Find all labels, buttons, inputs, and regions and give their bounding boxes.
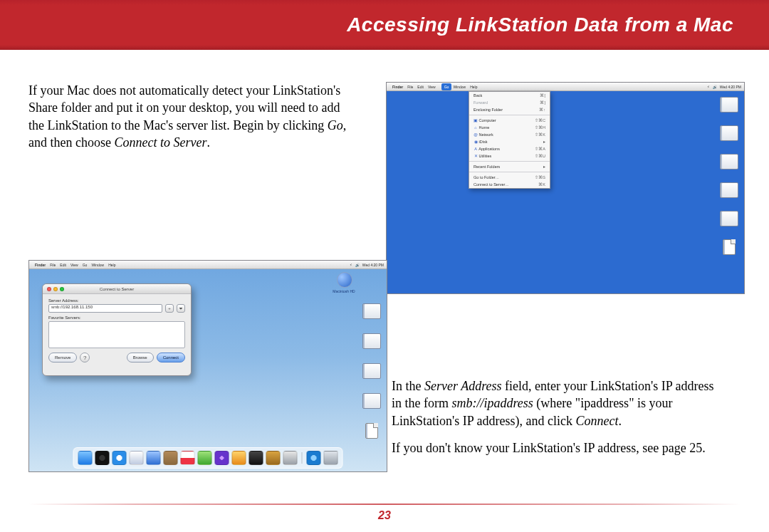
go-idisk-label: iDisk bbox=[479, 140, 488, 144]
menu-go-selected: Go bbox=[441, 83, 452, 90]
menu-view: View bbox=[70, 263, 78, 267]
go-row-back: Back⌘[ bbox=[469, 92, 550, 99]
go-apps-label: Applications bbox=[478, 147, 500, 151]
dock-itunes-icon bbox=[215, 451, 229, 465]
go-row-network: @ Network⇧⌘K bbox=[469, 131, 550, 138]
menubar-clock: Wed 4:20 PM bbox=[720, 85, 741, 89]
dock-sysprefs-icon bbox=[283, 451, 298, 465]
menu-finder: Finder bbox=[392, 85, 403, 89]
dock-mail-icon bbox=[130, 451, 144, 465]
document-icon bbox=[723, 239, 736, 255]
go-apps-kbd: ⇧⌘A bbox=[535, 147, 545, 151]
go-utils-kbd: ⇧⌘U bbox=[535, 154, 545, 158]
go-row-apps: A Applications⇧⌘A bbox=[469, 145, 550, 152]
header-bar: Accessing LinkStation Data from a Mac bbox=[0, 0, 769, 50]
favorite-servers-label: Favorite Servers: bbox=[48, 315, 185, 320]
intro-paragraph: If your Mac does not automatically detec… bbox=[28, 82, 356, 151]
menu-finder: Finder bbox=[35, 263, 46, 267]
para2-server-address-italic: Server Address bbox=[424, 379, 501, 393]
content-area: If your Mac does not automatically detec… bbox=[28, 82, 741, 504]
menu-help: Help bbox=[470, 85, 477, 89]
go-row-computer: ▣ Computer⇧⌘C bbox=[469, 117, 550, 124]
para2-smb-italic: smb://ipaddress bbox=[451, 396, 533, 410]
dock-safari-icon bbox=[113, 451, 127, 465]
screenshot-connect-to-server: Finder File Edit View Go Window Help ⚡︎ … bbox=[28, 260, 387, 472]
go-goto-label: Go to Folder… bbox=[474, 175, 499, 179]
favorite-servers-list[interactable] bbox=[48, 321, 185, 348]
menu-window: Window bbox=[453, 85, 466, 89]
server-address-input[interactable]: smb://192.168.11.150 bbox=[48, 304, 162, 313]
hd-icon bbox=[720, 154, 738, 169]
dock-ichat-icon bbox=[147, 451, 161, 465]
cts-body: Server Address: smb://192.168.11.150 + ⏷… bbox=[43, 294, 191, 367]
footer-rule bbox=[28, 504, 741, 505]
menu-go: Go bbox=[83, 263, 88, 267]
menu-view: View bbox=[428, 85, 436, 89]
screenshot-go-menu: Finder File Edit View Go Window Help ⚡︎ … bbox=[386, 82, 745, 294]
dock-ical-icon bbox=[181, 451, 195, 465]
menubar-status-icon: ⚡︎ bbox=[707, 85, 710, 89]
dock-finder-icon bbox=[78, 451, 93, 465]
apps-icon: A bbox=[474, 147, 478, 151]
para1-text-a: If your Mac does not automatically detec… bbox=[28, 83, 340, 132]
para1-go-italic: Go bbox=[328, 118, 343, 132]
go-row-utils: ✕ Utilities⇧⌘U bbox=[469, 152, 550, 160]
hd-icon bbox=[720, 97, 738, 113]
server-address-paragraph: In the Server Address field, enter your … bbox=[392, 377, 719, 457]
menu-help: Help bbox=[108, 263, 115, 267]
menubar-clock: Wed 4:20 PM bbox=[362, 263, 384, 267]
dock-garageband-icon bbox=[266, 451, 281, 465]
dock-quicktime-icon bbox=[198, 451, 212, 465]
menubar-volume-icon: 🔊 bbox=[355, 263, 360, 267]
help-button[interactable]: ? bbox=[80, 353, 90, 363]
menu-file: File bbox=[50, 263, 56, 267]
para2-text-d: . bbox=[619, 414, 622, 428]
go-network-label: Network bbox=[479, 132, 493, 137]
go-goto-kbd: ⇧⌘G bbox=[535, 175, 545, 179]
remove-button[interactable]: Remove bbox=[48, 353, 77, 363]
go-idisk-kbd: ▸ bbox=[543, 140, 545, 144]
utils-icon: ✕ bbox=[474, 154, 478, 158]
hd-icon bbox=[362, 363, 381, 379]
go-back-kbd: ⌘[ bbox=[540, 93, 545, 98]
dock-site-icon bbox=[307, 451, 321, 465]
dock-imovie-icon bbox=[249, 451, 263, 465]
go-back-label: Back bbox=[474, 93, 482, 98]
menubar-volume-icon: 🔊 bbox=[713, 85, 717, 89]
history-button[interactable]: ⏷ bbox=[177, 304, 185, 313]
go-sep-3 bbox=[469, 172, 550, 172]
mac-menubar: Finder File Edit View Go Window Help ⚡︎ … bbox=[29, 261, 387, 269]
go-enclosing-label: Enclosing Folder bbox=[474, 108, 503, 112]
server-address-label: Server Address: bbox=[48, 298, 185, 303]
cts-title: Connect to Server bbox=[47, 287, 187, 291]
go-row-idisk: ◉ iDisk▸ bbox=[469, 138, 550, 145]
menubar-right: ⚡︎ 🔊 Wed 4:20 PM bbox=[350, 263, 384, 267]
add-favorite-button[interactable]: + bbox=[165, 304, 174, 313]
go-row-gotofolder: Go to Folder…⇧⌘G bbox=[469, 174, 550, 181]
go-row-forward: Forward⌘] bbox=[469, 99, 550, 106]
connect-button[interactable]: Connect bbox=[157, 353, 185, 363]
go-home-label: Home bbox=[479, 125, 490, 130]
go-row-home: ⌂ Home⇧⌘H bbox=[469, 124, 550, 131]
go-recent-label: Recent Folders bbox=[474, 165, 500, 169]
go-computer-kbd: ⇧⌘C bbox=[535, 118, 545, 122]
go-row-recent: Recent Folders▸ bbox=[469, 163, 550, 170]
macintosh-hd-label: Macintosh HD bbox=[323, 289, 365, 293]
hd-icon bbox=[720, 182, 738, 198]
desktop-icons-bottom bbox=[362, 303, 381, 439]
para1-cts-italic: Connect to Server bbox=[114, 135, 206, 150]
document-icon bbox=[365, 423, 378, 439]
go-utils-label: Utilities bbox=[479, 154, 492, 158]
para1-text-c: . bbox=[206, 135, 210, 150]
dock-iphoto-icon bbox=[232, 451, 246, 465]
idisk-icon: ◉ bbox=[474, 140, 478, 144]
menu-edit: Edit bbox=[60, 263, 66, 267]
dock-separator bbox=[302, 452, 303, 464]
go-network-kbd: ⇧⌘K bbox=[535, 132, 545, 137]
hd-icon bbox=[362, 303, 381, 319]
go-forward-label: Forward bbox=[474, 100, 488, 105]
go-home-kbd: ⇧⌘H bbox=[535, 125, 545, 130]
page-number: 23 bbox=[0, 509, 769, 522]
computer-icon: ▣ bbox=[474, 118, 478, 122]
browse-button[interactable]: Browse bbox=[127, 353, 154, 363]
